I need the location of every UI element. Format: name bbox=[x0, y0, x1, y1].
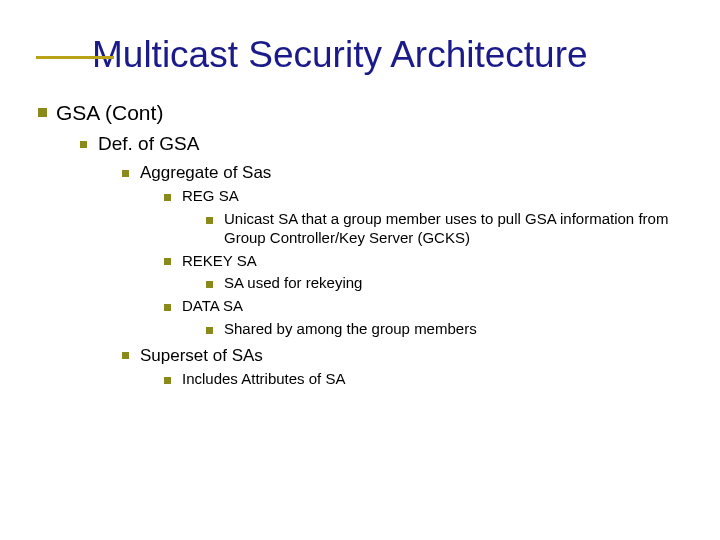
bullet-lvl5: SA used for rekeying bbox=[204, 274, 684, 293]
bullet-text: REG SA bbox=[182, 187, 239, 204]
bullet-list-lvl3: Aggregate of Sas REG SA Unicast SA that … bbox=[120, 162, 684, 389]
bullet-text: Def. of GSA bbox=[98, 133, 199, 154]
bullet-lvl5: Unicast SA that a group member uses to p… bbox=[204, 210, 684, 248]
bullet-text: Aggregate of Sas bbox=[140, 163, 271, 182]
bullet-lvl5: Shared by among the group members bbox=[204, 320, 684, 339]
bullet-list-lvl4: Includes Attributes of SA bbox=[162, 370, 684, 389]
bullet-text: REKEY SA bbox=[182, 252, 257, 269]
bullet-text: Includes Attributes of SA bbox=[182, 370, 345, 387]
bullet-lvl4: REG SA Unicast SA that a group member us… bbox=[162, 187, 684, 247]
bullet-lvl2: Def. of GSA Aggregate of Sas REG SA Unic… bbox=[78, 132, 684, 388]
bullet-list-lvl4: REG SA Unicast SA that a group member us… bbox=[162, 187, 684, 338]
bullet-list-lvl5: Unicast SA that a group member uses to p… bbox=[204, 210, 684, 248]
bullet-lvl4: DATA SA Shared by among the group member… bbox=[162, 297, 684, 339]
bullet-lvl3: Aggregate of Sas REG SA Unicast SA that … bbox=[120, 162, 684, 339]
bullet-text: Shared by among the group members bbox=[224, 320, 477, 337]
bullet-list-lvl2: Def. of GSA Aggregate of Sas REG SA Unic… bbox=[78, 132, 684, 388]
bullet-list-lvl1: GSA (Cont) Def. of GSA Aggregate of Sas … bbox=[36, 100, 684, 389]
bullet-text: DATA SA bbox=[182, 297, 243, 314]
slide-title: Multicast Security Architecture bbox=[92, 34, 684, 76]
bullet-list-lvl5: SA used for rekeying bbox=[204, 274, 684, 293]
bullet-lvl4: REKEY SA SA used for rekeying bbox=[162, 252, 684, 294]
bullet-text: Superset of SAs bbox=[140, 346, 263, 365]
bullet-list-lvl5: Shared by among the group members bbox=[204, 320, 684, 339]
bullet-text: GSA (Cont) bbox=[56, 101, 163, 124]
bullet-text: Unicast SA that a group member uses to p… bbox=[224, 210, 668, 246]
bullet-lvl3: Superset of SAs Includes Attributes of S… bbox=[120, 345, 684, 389]
bullet-lvl4: Includes Attributes of SA bbox=[162, 370, 684, 389]
slide: Multicast Security Architecture GSA (Con… bbox=[0, 0, 720, 540]
title-accent-line bbox=[36, 56, 114, 59]
bullet-text: SA used for rekeying bbox=[224, 274, 362, 291]
bullet-lvl1: GSA (Cont) Def. of GSA Aggregate of Sas … bbox=[36, 100, 684, 389]
